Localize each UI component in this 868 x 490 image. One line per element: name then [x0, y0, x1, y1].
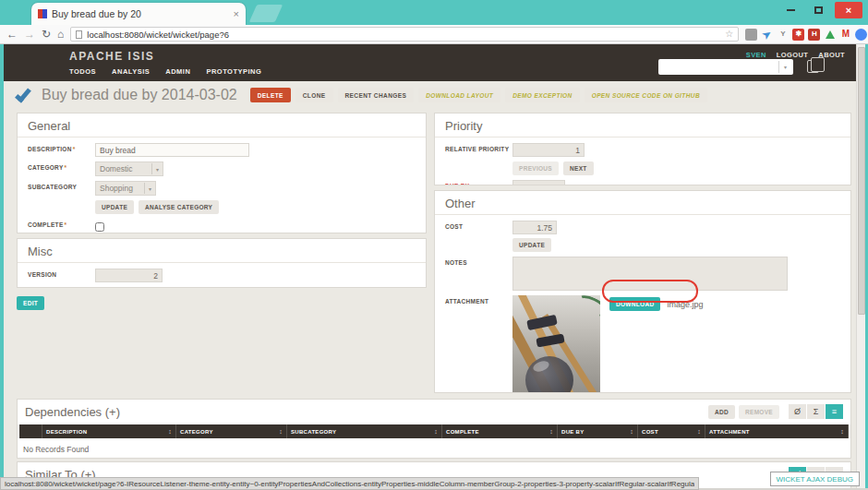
category-select[interactable]: Domestic▾	[95, 161, 163, 176]
extension-icon[interactable]	[745, 29, 757, 41]
entity-action-button[interactable]: DOWNLOAD LAYOUT	[418, 88, 500, 102]
url-text[interactable]: localhost:8080/wicket/wicket/page?6	[87, 30, 720, 40]
sort-icon[interactable]: ↕	[630, 428, 633, 435]
priority-panel: Priority RELATIVE PRIORITY PREVIOUS NEXT…	[434, 113, 851, 185]
bookmark-star-icon[interactable]: ☆	[725, 30, 733, 39]
back-icon[interactable]: ←	[6, 29, 18, 40]
cost-input	[512, 221, 557, 234]
attachment-label: ATTACHMENT	[445, 295, 512, 305]
version-label: VERSION	[28, 269, 95, 278]
sort-icon[interactable]: ↕	[697, 428, 701, 435]
browser-tab[interactable]: Buy bread due by 20 ×	[31, 3, 246, 25]
dependencies-heading[interactable]: Dependencies (+)	[25, 405, 708, 419]
extension-icons: ➤ Y ✱ H M ≡	[745, 29, 868, 41]
column-header[interactable]: DUE BY↕	[558, 424, 638, 438]
entity-action-button[interactable]: DEMO EXCEPTION	[505, 88, 579, 102]
add-button[interactable]: ADD	[708, 405, 735, 419]
url-input[interactable]: localhost:8080/wicket/wicket/page?6 ☆	[70, 27, 739, 42]
entity-action-button[interactable]: DELETE	[250, 88, 291, 102]
app-header: APACHE ISIS TODOSANALYSISADMINPROTOTYPIN…	[4, 44, 856, 81]
notes-textarea[interactable]	[512, 257, 788, 291]
collection-tool-button[interactable]: Σ	[807, 404, 825, 419]
category-label: CATEGORY	[28, 164, 64, 171]
brand-logo[interactable]: APACHE ISIS	[69, 50, 154, 63]
version-input	[95, 269, 163, 282]
description-input[interactable]	[95, 143, 249, 157]
forward-icon[interactable]: →	[24, 29, 35, 40]
general-panel: General DESCRIPTION* CATEGORY* Domestic▾…	[17, 113, 427, 233]
notes-label: NOTES	[445, 257, 512, 266]
column-header[interactable]: SUBCATEGORY↕	[287, 424, 442, 438]
favicon	[38, 9, 47, 18]
refresh-icon[interactable]: ↻	[42, 29, 51, 40]
sort-icon[interactable]: ↕	[840, 428, 844, 435]
sort-icon[interactable]: ↕	[434, 428, 438, 435]
sort-icon[interactable]: ↕	[549, 428, 553, 435]
copy-bookmark-icon[interactable]	[807, 60, 819, 73]
circle-extension-icon[interactable]	[855, 29, 867, 41]
drive-extension-icon[interactable]	[824, 29, 836, 41]
page-title: Buy bread due by 2014-03-02	[42, 87, 237, 103]
collection-toolbar: ØΣ≡	[789, 404, 843, 419]
tab-title: Buy bread due by 20	[52, 8, 229, 19]
sort-icon[interactable]: ↕	[168, 428, 172, 435]
page-scrollbar[interactable]	[856, 44, 865, 490]
close-window-button[interactable]: ×	[835, 2, 862, 18]
browser-urlbar: ← → ↻ ⌂ localhost:8080/wicket/wicket/pag…	[0, 25, 868, 44]
download-button[interactable]: DOWNLOAD	[609, 297, 660, 311]
edit-button[interactable]: EDIT	[17, 296, 44, 310]
entity-action-button[interactable]: CLONE	[295, 88, 333, 102]
column-header[interactable]: COST↕	[638, 424, 705, 438]
maximize-button[interactable]	[807, 2, 829, 18]
wicket-ajax-debug[interactable]: WICKET AJAX DEBUG	[770, 472, 860, 486]
relative-priority-input	[512, 143, 585, 157]
remove-button: REMOVE	[739, 405, 779, 419]
dependencies-table-header: DESCRIPTION↕ CATEGORY↕ SUBCATEGORY↕ COMP…	[19, 424, 849, 438]
analyse-category-button[interactable]: ANALYSE CATEGORY	[139, 200, 219, 214]
complete-label: COMPLETE	[28, 221, 64, 228]
entity-action-button[interactable]: OPEN SOURCE CODE ON GITHUB	[585, 88, 707, 102]
update-button[interactable]: UPDATE	[95, 200, 134, 214]
page-icon	[76, 30, 82, 39]
new-tab-button[interactable]	[249, 5, 283, 22]
misc-heading: Misc	[18, 239, 426, 263]
column-header[interactable]: CATEGORY↕	[176, 424, 287, 438]
screen: Buy bread due by 20 × × ← → ↻ ⌂ localhos…	[0, 0, 868, 490]
menu-item[interactable]: ADMIN	[165, 67, 190, 76]
attachment-image	[512, 295, 600, 393]
minimize-button[interactable]	[779, 2, 802, 18]
antenna-extension-icon[interactable]: Y	[777, 29, 789, 41]
home-icon[interactable]: ⌂	[57, 29, 64, 40]
dependencies-panel: Dependencies (+) ADD REMOVE ØΣ≡ DESCRIPT…	[17, 399, 851, 459]
h-extension-icon[interactable]: H	[808, 29, 820, 41]
next-button[interactable]: NEXT	[563, 161, 594, 175]
gmail-extension-icon[interactable]: M	[839, 29, 851, 41]
asterisk-extension-icon[interactable]: ✱	[792, 29, 804, 41]
user-link[interactable]: SVEN	[746, 51, 766, 59]
column-header[interactable]: DESCRIPTION↕	[42, 424, 176, 438]
subcategory-select[interactable]: Shopping▾	[95, 181, 156, 196]
scrollbar-thumb[interactable]	[858, 47, 865, 315]
collection-tool-button[interactable]: Ø	[789, 404, 806, 419]
collection-tool-button[interactable]: ≡	[826, 404, 843, 419]
tab-close-icon[interactable]: ×	[234, 9, 239, 19]
update-cost-button[interactable]: UPDATE	[512, 238, 551, 252]
sort-icon[interactable]: ↕	[279, 428, 283, 435]
complete-checkbox[interactable]	[95, 222, 104, 232]
column-header[interactable]: COMPLETE↕	[442, 424, 558, 438]
logout-link[interactable]: LOGOUT	[777, 51, 808, 59]
menu-item[interactable]: ANALYSIS	[112, 67, 150, 76]
priority-heading: Priority	[435, 114, 850, 137]
window-border-left	[0, 44, 4, 490]
search-input[interactable]: ▾	[658, 59, 793, 75]
menu-item[interactable]: PROTOTYPING	[206, 67, 261, 76]
menu-item[interactable]: TODOS	[69, 67, 96, 76]
entity-action-button[interactable]: RECENT CHANGES	[338, 88, 415, 102]
empty-collection-text: No Records Found	[18, 438, 850, 454]
attachment-filename: image.jpg	[667, 300, 703, 309]
feather-extension-icon[interactable]: ➤	[759, 26, 776, 42]
chevron-down-icon[interactable]: ▾	[778, 61, 791, 73]
column-header[interactable]: ATTACHMENT↕	[705, 424, 849, 438]
entity-actions: DELETECLONERECENT CHANGESDOWNLOAD LAYOUT…	[250, 88, 707, 102]
status-url: localhost:8080/wicket/wicket/page?6-IRes…	[5, 480, 694, 488]
